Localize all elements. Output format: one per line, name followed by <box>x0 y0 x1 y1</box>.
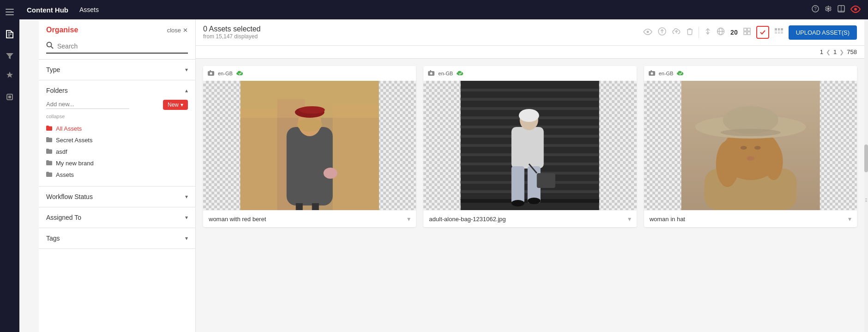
right-scrollbar[interactable] <box>864 19 868 332</box>
language-icon[interactable] <box>717 27 725 38</box>
svg-rect-9 <box>8 36 10 36</box>
folder-item-my-new-brand[interactable]: My new brand <box>46 157 188 169</box>
folder-item-secret-assets[interactable]: Secret Assets <box>46 134 188 146</box>
svg-rect-44 <box>333 104 379 210</box>
upload-toolbar-icon[interactable] <box>658 27 666 38</box>
svg-rect-1 <box>6 12 14 12</box>
user-icon[interactable] <box>838 5 845 14</box>
folders-label: Folders <box>46 87 68 94</box>
prev-page-button[interactable]: ❮ <box>826 49 831 55</box>
sidebar: Organise close ✕ Type ▾ <box>39 19 196 332</box>
type-filter-label: Type <box>46 66 60 73</box>
folders-section: Folders ▴ New ▾ collapse <box>39 80 195 187</box>
files-icon[interactable] <box>1 26 18 42</box>
assigned-to-header[interactable]: Assigned To ▾ <box>39 207 195 228</box>
next-page-button[interactable]: ❯ <box>839 49 844 55</box>
svg-point-19 <box>854 8 857 11</box>
svg-rect-32 <box>778 28 780 30</box>
current-page: 1 <box>820 48 823 55</box>
asset-name-1: woman with red beret <box>209 216 266 223</box>
svg-rect-51 <box>296 203 303 210</box>
select-all-checkbox[interactable] <box>756 26 769 39</box>
asset-expand-icon-2[interactable]: ▾ <box>628 215 631 223</box>
star-icon[interactable] <box>1 66 18 83</box>
svg-rect-33 <box>781 28 783 30</box>
svg-point-49 <box>297 118 322 132</box>
close-x-icon: ✕ <box>183 27 188 34</box>
asset-expand-icon-1[interactable]: ▾ <box>407 215 410 223</box>
type-filter-header[interactable]: Type ▾ <box>39 60 195 80</box>
tags-label: Tags <box>46 235 60 242</box>
svg-text:?: ? <box>814 6 817 12</box>
cloud-icon-2 <box>457 70 464 77</box>
svg-rect-35 <box>778 31 780 34</box>
svg-point-73 <box>512 200 524 206</box>
asset-grid: en-GB <box>196 59 864 332</box>
asset-locale-2: en-GB <box>438 71 453 76</box>
svg-rect-45 <box>287 127 333 205</box>
folders-header[interactable]: Folders ▴ <box>39 80 195 98</box>
asset-card-header-2: en-GB <box>423 66 636 81</box>
svg-rect-8 <box>8 34 12 35</box>
asset-locale-3: en-GB <box>659 71 674 76</box>
pattern-view-icon[interactable] <box>775 28 783 36</box>
assigned-to-label: Assigned To <box>46 214 81 221</box>
organise-title: Organise <box>46 26 78 34</box>
search-input-wrap <box>46 42 188 54</box>
svg-rect-55 <box>430 70 431 72</box>
search-input[interactable] <box>57 42 188 50</box>
folder-item-asdf[interactable]: asdf <box>46 146 188 157</box>
close-button[interactable]: close ✕ <box>167 27 188 34</box>
cloud-icon-3 <box>677 70 684 77</box>
sort-icon[interactable] <box>705 28 711 37</box>
top-bar-actions: ? <box>812 5 861 15</box>
camera-icon-3 <box>649 70 655 77</box>
folder-item-assets[interactable]: Assets <box>46 169 188 181</box>
asset-expand-icon-3[interactable]: ▾ <box>848 215 851 223</box>
folder-item-all-assets[interactable]: All Assets <box>46 123 188 134</box>
folders-chevron-icon: ▴ <box>185 87 188 94</box>
help-icon[interactable]: ? <box>812 5 819 14</box>
svg-rect-42 <box>241 109 277 210</box>
new-folder-button[interactable]: New ▾ <box>163 100 188 110</box>
asset-footer-3: woman in hat ▾ <box>644 210 857 227</box>
svg-point-76 <box>519 109 539 122</box>
tags-chevron-icon: ▾ <box>185 235 188 241</box>
tags-header[interactable]: Tags ▾ <box>39 228 195 248</box>
asset-name-2: adult-alone-bag-1231062.jpg <box>429 216 506 223</box>
upload-assets-button[interactable]: UPLOAD ASSET(S) <box>789 25 857 40</box>
svg-point-50 <box>324 168 338 179</box>
svg-rect-39 <box>210 70 211 72</box>
grid-view-icon[interactable] <box>743 28 751 37</box>
total-pages: 758 <box>847 48 857 55</box>
workflow-status-header[interactable]: Workflow Status ▾ <box>39 187 195 207</box>
add-new-input[interactable] <box>46 101 129 109</box>
svg-point-20 <box>47 42 52 47</box>
visibility-icon[interactable] <box>643 28 652 37</box>
toolbar-divider <box>699 27 699 38</box>
svg-point-54 <box>430 72 433 75</box>
workflow-status-label: Workflow Status <box>46 193 93 200</box>
camera-icon-2 <box>428 70 434 77</box>
box-icon[interactable] <box>1 89 18 105</box>
svg-point-74 <box>528 198 541 204</box>
collapse-label[interactable]: collapse <box>46 114 188 119</box>
eye-icon[interactable] <box>850 5 861 15</box>
cloud-upload-icon[interactable] <box>672 28 681 37</box>
prev-page-num: 1 <box>833 48 837 55</box>
svg-rect-71 <box>512 166 524 203</box>
menu-icon[interactable] <box>1 4 18 20</box>
folder-all-label: All Assets <box>56 125 82 132</box>
settings-icon[interactable] <box>825 5 832 14</box>
tags-section: Tags ▾ <box>39 228 195 249</box>
svg-rect-30 <box>747 32 750 35</box>
asset-card-3: en-GB <box>644 66 857 227</box>
svg-rect-96 <box>681 81 820 210</box>
folder-brand-icon <box>46 160 52 167</box>
new-btn-arrow-icon: ▾ <box>181 102 183 108</box>
assets-selected-info: 0 Assets selected from 15,147 displayed <box>203 25 261 40</box>
delete-icon[interactable] <box>687 28 693 37</box>
asset-image-1 <box>203 81 416 210</box>
filter-icon[interactable] <box>1 48 18 65</box>
asset-card-header-1: en-GB <box>203 66 416 81</box>
